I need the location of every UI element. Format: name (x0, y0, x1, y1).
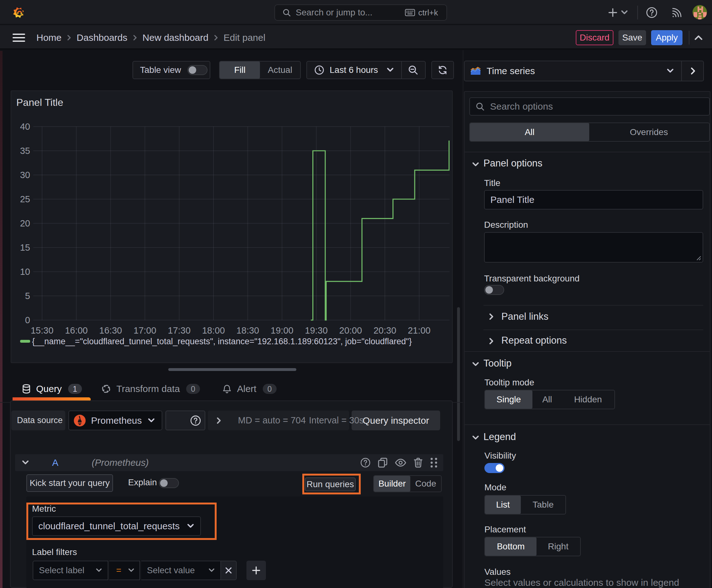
svg-text:18:30: 18:30 (236, 326, 259, 335)
svg-text:20:30: 20:30 (373, 326, 396, 335)
svg-text:10: 10 (20, 267, 30, 277)
svg-text:30: 30 (20, 170, 30, 180)
svg-text:17:00: 17:00 (133, 326, 156, 335)
svg-text:40: 40 (20, 122, 30, 132)
svg-text:19:00: 19:00 (271, 326, 294, 335)
svg-text:5: 5 (25, 291, 30, 301)
svg-text:18:00: 18:00 (202, 326, 225, 335)
svg-text:20: 20 (20, 218, 30, 228)
svg-text:16:00: 16:00 (65, 326, 88, 335)
svg-text:21:00: 21:00 (408, 326, 431, 335)
svg-text:20:00: 20:00 (339, 326, 362, 335)
svg-text:15: 15 (20, 243, 30, 253)
svg-text:25: 25 (20, 194, 30, 204)
svg-text:35: 35 (20, 146, 30, 156)
svg-text:0: 0 (25, 315, 30, 325)
svg-text:17:30: 17:30 (168, 326, 191, 335)
svg-text:16:30: 16:30 (99, 326, 122, 335)
svg-text:15:30: 15:30 (31, 326, 54, 335)
svg-text:19:30: 19:30 (305, 326, 328, 335)
